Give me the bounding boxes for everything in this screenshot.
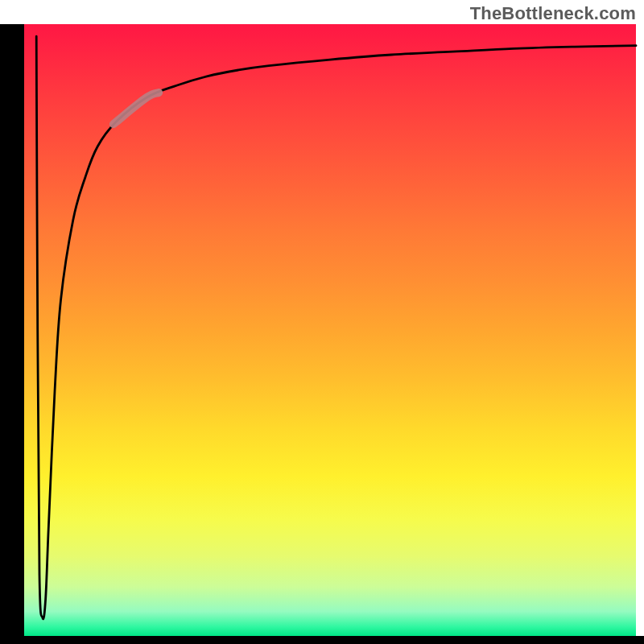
attribution-text: TheBottleneck.com bbox=[470, 3, 636, 24]
y-axis bbox=[0, 24, 24, 636]
curve-svg bbox=[24, 24, 636, 636]
chart-container: TheBottleneck.com bbox=[0, 0, 644, 644]
plot-area bbox=[24, 24, 636, 636]
highlight-segment bbox=[114, 93, 159, 124]
curve-path bbox=[36, 36, 636, 619]
x-axis bbox=[0, 636, 644, 644]
